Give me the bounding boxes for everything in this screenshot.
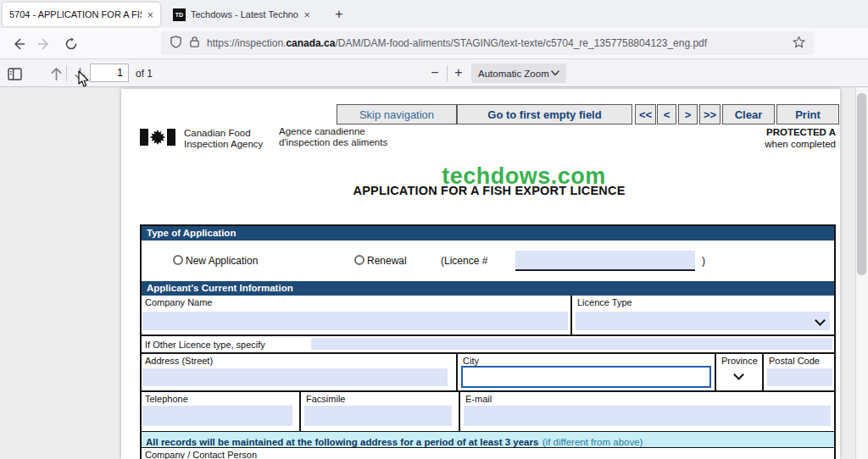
tab-techdows[interactable]: TD Techdows - Latest Technology N × [166,3,317,26]
licence-number-close-paren: ) [702,255,705,267]
records-note: All records will be maintained at the fo… [146,437,538,447]
zoom-out-button[interactable]: − [426,64,444,82]
new-application-radio[interactable] [173,255,183,265]
company-name-input[interactable] [142,312,568,330]
company-contact-label: Company / Contact Person [145,450,257,459]
address-label: Address (Street) [145,356,213,366]
records-note-suffix: (if different from above) [542,437,643,447]
telephone-label: Telephone [145,394,188,404]
tab-title: Techdows - Latest Technology N [191,9,298,19]
reload-button[interactable] [61,34,81,54]
address-input[interactable] [142,368,448,386]
chevron-down-icon [735,370,743,379]
section-type-of-application: Type of Application [142,226,834,241]
print-button[interactable]: Print [776,104,839,124]
province-label: Province [721,356,758,366]
telephone-cell: Telephone [142,392,301,431]
next-button[interactable]: > [678,104,698,124]
techdows-favicon: TD [173,8,186,21]
pdf-viewer: Skip navigation Go to first empty field … [0,87,868,459]
tab-close-icon[interactable]: × [303,8,310,21]
page-count-label: of 1 [136,68,153,80]
company-name-label: Company Name [145,297,212,307]
navigation-toolbar: https://inspection.canada.ca/DAM/DAM-foo… [0,28,868,59]
agency-name-french: Agence canadienned'inspection des alimen… [279,126,387,148]
city-label: City [463,356,479,366]
renewal-radio[interactable] [354,255,364,265]
address-cell: Address (Street) [142,354,458,390]
company-row: Company Name Licence Type [142,296,834,336]
clear-button[interactable]: Clear [722,104,775,124]
skip-navigation-button[interactable]: Skip navigation [337,104,457,124]
email-label: E-mail [465,394,492,404]
pdf-toolbar: of 1 − + Automatic Zoom [0,59,868,87]
licence-number-label: (Licence # [441,255,487,267]
email-input[interactable] [464,406,831,426]
back-button[interactable] [8,34,29,54]
facsimile-cell: Facsimile [303,392,460,431]
forward-button[interactable] [34,34,54,54]
licence-type-select[interactable] [576,312,830,330]
tab-strip: 5704 - APPLICATION FOR A FISH EX × TD Te… [0,0,868,28]
next-page-icon[interactable] [70,64,90,84]
previous-button[interactable]: < [657,104,676,124]
previous-page-icon[interactable] [46,64,66,84]
province-select[interactable] [735,367,743,382]
postal-code-input[interactable] [767,368,832,386]
facsimile-input[interactable] [304,406,452,426]
new-tab-button[interactable]: + [329,4,349,25]
address-row: Address (Street) City Province Postal Co… [142,354,834,392]
agency-name-english: Canadian FoodInspection Agency [184,128,263,150]
zoom-select[interactable]: Automatic Zoom [471,64,566,83]
zoom-select-value: Automatic Zoom [478,69,551,79]
page-number-input[interactable] [90,64,129,82]
chevron-down-icon [551,70,559,76]
protected-label: PROTECTED A [766,127,836,137]
records-note-row: All records will be maintained at the fo… [142,432,834,448]
city-input-focused[interactable] [461,366,711,388]
facsimile-label: Facsimile [306,394,345,404]
protected-sublabel: when completed [765,139,836,149]
zoom-in-button[interactable]: + [449,64,468,82]
tab-close-icon[interactable]: × [147,8,153,21]
chevron-down-icon [816,316,825,324]
application-form-table: Type of Application New Application Rene… [140,224,836,459]
if-other-label: If Other Licence type, specify [145,340,265,350]
pdf-page: Skip navigation Go to first empty field … [121,89,840,459]
last-page-button[interactable]: >> [699,104,721,124]
licence-number-input[interactable] [515,251,695,271]
if-other-row: If Other Licence type, specify [142,336,834,354]
sidebar-toggle-icon[interactable] [4,64,25,84]
renewal-label: Renewal [367,255,407,267]
go-first-empty-field-button[interactable]: Go to first empty field [457,104,632,124]
telephone-row: Telephone Facsimile E-mail [142,392,834,432]
tab-pdf-application[interactable]: 5704 - APPLICATION FOR A FISH EX × [3,3,160,26]
document-title: APPLICATION FOR A FISH EXPORT LICENCE [235,184,743,197]
scrollbar-thumb[interactable] [857,93,866,275]
toolbar-separator [447,65,448,81]
postal-code-label: Postal Code [769,356,820,366]
tab-title: 5704 - APPLICATION FOR A FISH EX [9,9,142,19]
toolbar-separator [66,65,67,81]
section-applicant-info: Applicant's Current Information [142,281,834,296]
telephone-input[interactable] [142,406,292,426]
type-of-application-row: New Application Renewal (Licence # ) [142,241,834,281]
company-name-cell: Company Name [142,296,572,335]
company-contact-row: Company / Contact Person [142,448,834,459]
bookmark-star-icon[interactable] [793,36,805,52]
licence-type-cell: Licence Type [574,296,834,335]
province-cell: Province [718,354,764,390]
if-other-input[interactable] [311,338,832,350]
url-bar[interactable]: https://inspection.canada.ca/DAM/DAM-foo… [161,31,814,55]
email-cell: E-mail [462,392,834,431]
postal-code-cell: Postal Code [765,354,834,390]
lock-icon[interactable] [189,36,200,51]
url-text: https://inspection.canada.ca/DAM/DAM-foo… [207,37,793,49]
canada-flag-logo [140,129,175,149]
first-page-button[interactable]: << [635,104,656,124]
city-cell: City [459,354,716,390]
new-application-label: New Application [186,255,258,267]
shield-icon[interactable] [170,36,182,52]
licence-type-label: Licence Type [577,297,632,307]
